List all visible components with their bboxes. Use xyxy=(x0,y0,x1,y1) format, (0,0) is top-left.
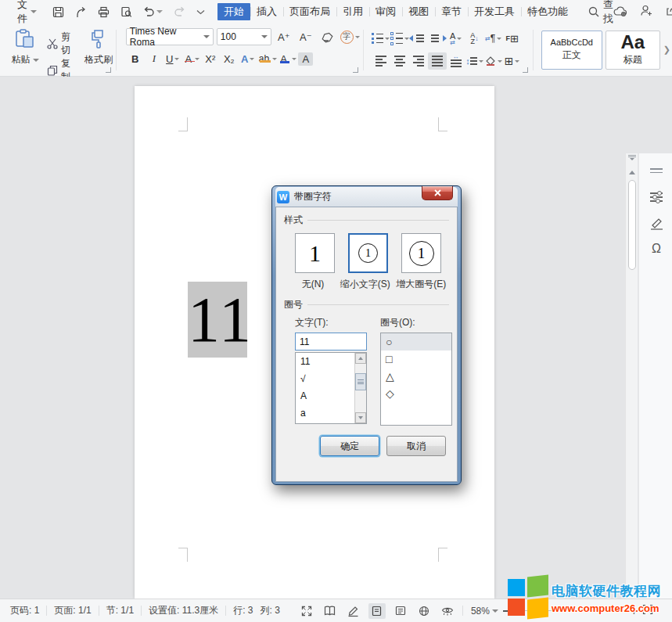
underline-button[interactable]: U xyxy=(164,50,182,67)
read-mode-icon[interactable] xyxy=(322,603,339,619)
align-right-button[interactable] xyxy=(409,52,428,70)
tab-developer[interactable]: 开发工具 xyxy=(468,3,521,20)
chevron-down-icon xyxy=(156,10,163,13)
justify-button[interactable] xyxy=(428,52,447,70)
export-icon[interactable] xyxy=(75,6,87,18)
outline-view-icon[interactable] xyxy=(392,603,409,619)
ok-button[interactable]: 确定 xyxy=(320,436,379,456)
circle-option-diamond[interactable]: ◇ xyxy=(381,385,451,402)
clipboard-dialog-launcher[interactable] xyxy=(106,67,111,73)
grow-font-button[interactable]: A⁺ xyxy=(275,28,293,45)
zoom-level-button[interactable]: 58% xyxy=(471,606,498,617)
styles-more-icon[interactable]: ❯ xyxy=(663,45,670,55)
web-layout-icon[interactable] xyxy=(415,603,433,619)
bullet-list-button[interactable] xyxy=(372,30,390,47)
undo-icon[interactable] xyxy=(143,6,163,17)
format-painter-icon xyxy=(88,29,109,49)
increase-indent-button[interactable] xyxy=(428,30,447,47)
tab-insert[interactable]: 插入 xyxy=(250,3,283,20)
align-center-button[interactable] xyxy=(390,52,409,70)
dialog-title: 带圈字符 xyxy=(294,190,332,203)
subscript-button[interactable]: X₂ xyxy=(220,50,239,67)
vertical-scrollbar[interactable] xyxy=(625,153,638,622)
cancel-button[interactable]: 取消 xyxy=(386,436,446,456)
style-normal[interactable]: AaBbCcDd 正文 xyxy=(541,31,602,70)
fullscreen-icon[interactable] xyxy=(298,603,315,619)
italic-button[interactable]: I xyxy=(145,50,164,67)
shading-button[interactable] xyxy=(484,52,503,70)
font-color-button[interactable]: A xyxy=(277,50,296,67)
properties-sliders-icon[interactable] xyxy=(649,189,664,205)
print-layout-icon[interactable] xyxy=(368,603,386,619)
scroll-up-icon[interactable] xyxy=(629,171,635,174)
font-size-select[interactable]: 100 xyxy=(217,28,271,45)
distribute-button[interactable]: ↔ xyxy=(447,52,465,70)
text-options-list[interactable]: 11 √ A a xyxy=(295,352,367,424)
style-heading[interactable]: Aa 标题 xyxy=(606,31,660,70)
text-tool-button[interactable]: F⊞ xyxy=(503,30,522,47)
style-option-none[interactable]: 1 xyxy=(295,233,335,273)
ruler-toggle-icon[interactable] xyxy=(627,155,637,164)
char-shading-button[interactable]: A xyxy=(296,50,315,67)
list-scrollbar[interactable] xyxy=(354,353,366,423)
print-preview-icon[interactable] xyxy=(120,6,132,18)
font-dialog-launcher[interactable] xyxy=(353,67,358,73)
pen-annotation-icon[interactable] xyxy=(649,216,664,232)
tab-section[interactable]: 章节 xyxy=(435,3,468,20)
list-scroll-thumb[interactable] xyxy=(355,373,366,390)
status-section: 节: 1/1 xyxy=(99,604,141,617)
clear-format-button[interactable] xyxy=(318,28,337,45)
selected-text[interactable]: 11 xyxy=(188,282,247,358)
shrink-font-button[interactable]: A⁻ xyxy=(296,28,315,45)
sort-button[interactable]: AZ↓ xyxy=(465,30,484,47)
style-option-enlarge-circle[interactable]: 1 xyxy=(401,233,441,273)
strikethrough-button[interactable]: A xyxy=(182,50,201,67)
text-effects-button[interactable]: A xyxy=(239,50,257,67)
tab-view[interactable]: 视图 xyxy=(402,3,435,20)
circle-option-circle[interactable]: ○ xyxy=(381,333,451,351)
list-scroll-up-icon[interactable] xyxy=(355,353,366,364)
decrease-indent-button[interactable] xyxy=(409,30,428,47)
find-button[interactable]: 查找 xyxy=(588,0,613,26)
text-field-label: 文字(T): xyxy=(295,316,367,329)
tab-references[interactable]: 引用 xyxy=(336,3,369,20)
char-scale-button[interactable]: A⇄ xyxy=(447,30,465,47)
highlight-button[interactable]: ab xyxy=(257,50,277,67)
tab-special-features[interactable]: 特色功能 xyxy=(521,3,574,20)
list-scroll-down-icon[interactable] xyxy=(355,412,366,423)
superscript-button[interactable]: X² xyxy=(201,50,220,67)
scrollbar-thumb[interactable] xyxy=(628,180,636,270)
circled-character-button[interactable]: 字 xyxy=(340,28,360,45)
write-mode-icon[interactable] xyxy=(345,603,362,619)
font-name-select[interactable]: Times New Roma xyxy=(126,28,214,45)
tab-page-layout[interactable]: 页面布局 xyxy=(283,3,336,20)
symbol-omega-icon[interactable]: Ω xyxy=(649,241,664,257)
bold-button[interactable]: B xyxy=(126,50,145,67)
more-commands-icon[interactable] xyxy=(196,9,205,15)
eye-protection-icon[interactable] xyxy=(439,603,456,619)
tab-review[interactable]: 审阅 xyxy=(369,3,402,20)
text-input[interactable] xyxy=(295,333,367,351)
numbered-list-button[interactable] xyxy=(390,30,409,47)
font-group: Times New Roma 100 A⁺ A⁻ 字 B I U A X² X₂… xyxy=(120,23,360,76)
save-icon[interactable] xyxy=(52,6,64,18)
toolbar-collapse-icon[interactable] xyxy=(649,163,664,178)
circle-options-list[interactable]: ○ □ △ ◇ xyxy=(380,333,452,426)
paragraph-mark-button[interactable]: ⇄¶ xyxy=(484,30,503,47)
paragraph-dialog-launcher[interactable] xyxy=(523,67,528,73)
circle-option-square[interactable]: □ xyxy=(381,351,451,368)
file-menu-button[interactable]: 文件 xyxy=(17,0,37,26)
style-option-shrink-text[interactable]: 1 xyxy=(348,233,388,273)
print-icon[interactable] xyxy=(98,6,110,18)
tab-home[interactable]: 开始 xyxy=(217,3,250,20)
cut-button[interactable]: 剪切 xyxy=(47,31,77,57)
line-spacing-button[interactable]: ↕ xyxy=(465,52,484,70)
cloud-sync-icon[interactable] xyxy=(613,5,627,19)
paste-button[interactable]: 粘贴 xyxy=(11,29,39,76)
circle-option-triangle[interactable]: △ xyxy=(381,368,451,385)
borders-button[interactable]: ⊞ xyxy=(503,52,522,70)
dialog-close-button[interactable] xyxy=(422,186,453,200)
invite-user-icon[interactable] xyxy=(640,5,652,19)
align-left-button[interactable] xyxy=(372,52,390,70)
share-icon[interactable] xyxy=(665,5,672,19)
